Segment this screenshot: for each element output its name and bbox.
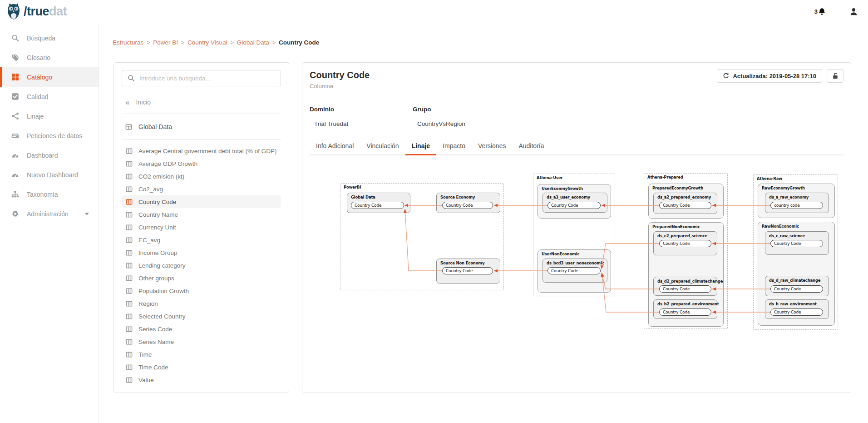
tab-linaje[interactable]: Linaje — [405, 138, 436, 155]
notifications-button[interactable]: 3 — [814, 8, 826, 15]
column-item-ec-avg[interactable]: EC_avg — [122, 234, 281, 246]
column-item-label: Other groups — [138, 275, 174, 282]
search-input[interactable] — [139, 75, 275, 82]
column-item-co2-avg[interactable]: Co2_avg — [122, 183, 281, 195]
lineage-field-ds-d2-prepared-climatechange[interactable]: Country Code — [659, 285, 711, 293]
user-icon[interactable] — [849, 7, 858, 16]
column-item-lending-category[interactable]: Lending category — [122, 259, 281, 272]
sidebar-item-linaje[interactable]: Linaje — [0, 106, 99, 126]
column-icon — [126, 351, 133, 358]
sidebar-item-busqueda[interactable]: Búsqueda — [0, 28, 99, 48]
column-icon — [126, 288, 133, 294]
sidebar-item-peticiones-de-datos[interactable]: Peticiones de datos — [0, 126, 99, 145]
lineage-box-label: RawNonEconomic — [762, 224, 799, 229]
updated-refresh-button[interactable]: Actualizada: 2019-05-28 17:10 — [717, 69, 822, 83]
sidebar-item-label: Búsqueda — [27, 35, 55, 42]
grid-icon — [11, 73, 19, 81]
sidebar-item-dashboard[interactable]: Dashboard — [0, 145, 99, 165]
column-item-co2-emision-kt[interactable]: CO2 emision (kt) — [122, 170, 281, 183]
column-icon — [126, 313, 133, 320]
explorer-item-global-data[interactable]: Global Data — [122, 119, 281, 135]
lineage-box-label: PowerBI — [344, 185, 361, 189]
sidebar-item-label: Catálogo — [27, 74, 52, 81]
lineage-box-label: PreparedNonEconomic — [652, 224, 700, 229]
search-icon — [128, 75, 135, 82]
lineage-box-label: ds_a3_user_economy — [547, 195, 590, 199]
breadcrumb-link-country-visual[interactable]: Country Visual — [187, 39, 227, 46]
tab-impacto[interactable]: Impacto — [436, 138, 472, 155]
lineage-field-ds-b2-prepared-environment[interactable]: Country Code — [659, 309, 711, 316]
lineage-box-label: ds_bcd3_user_noneconomic — [547, 261, 604, 265]
lineage-field-ds-d-raw-climatechange[interactable]: Country Code — [770, 285, 823, 293]
column-item-label: CO2 emision (kt) — [138, 173, 184, 180]
column-item-label: Average Central government debt total (%… — [138, 148, 276, 154]
sidebar-item-taxonomia[interactable]: Taxonomía — [0, 184, 99, 204]
column-item-label: Value — [138, 377, 154, 383]
column-item-region[interactable]: Region — [122, 297, 281, 310]
breadcrumb-link-global-data[interactable]: Global Data — [237, 39, 269, 46]
lineage-field-ds-c-raw-science[interactable]: Country Code — [770, 240, 823, 247]
breadcrumb-link-power-bi[interactable]: Power BI — [153, 39, 178, 46]
sidebar-item-administracion[interactable]: Administración — [0, 204, 99, 224]
column-item-label: Income Group — [138, 249, 178, 256]
column-icon — [126, 211, 133, 218]
column-item-country-name[interactable]: Country Name — [122, 208, 281, 221]
lineage-field-ds-a-raw-economy[interactable]: country code — [770, 202, 823, 209]
column-item-series-name[interactable]: Series Name — [122, 335, 281, 348]
unlock-button[interactable] — [827, 69, 843, 83]
column-icon — [126, 173, 133, 180]
column-item-average-central-government-debt-total-of-gdp[interactable]: Average Central government debt total (%… — [122, 144, 281, 157]
column-item-average-gdp-growth[interactable]: Average GDP Growth — [122, 157, 281, 170]
column-item-value[interactable]: Value — [122, 373, 281, 386]
lineage-field-ds-a3-user-economy[interactable]: Country Code — [547, 202, 601, 209]
lineage-diagram: PowerBIAthena-UserAthena-PreparedAthena-… — [340, 173, 839, 337]
sidebar-item-label: Administración — [27, 210, 69, 218]
sidebar-item-catalogo[interactable]: Catálogo — [0, 67, 99, 87]
column-item-population-growth[interactable]: Population Growth — [122, 284, 281, 297]
column-item-other-groups[interactable]: Other groups — [122, 272, 281, 284]
lineage-box-label: RawEconomyGrowth — [762, 186, 805, 190]
sidebar-item-label: Taxonomía — [27, 191, 58, 198]
table-icon — [125, 124, 132, 130]
sidebar-item-calidad[interactable]: Calidad — [0, 87, 99, 106]
lineage-field-ds-a2-prepared-economy[interactable]: Country Code — [659, 202, 711, 209]
column-item-label: EC_avg — [138, 237, 160, 244]
lineage-box-label: Athena-Prepared — [647, 175, 683, 179]
column-icon — [126, 186, 133, 193]
tab-info-adicional[interactable]: Info Adicional — [310, 138, 360, 155]
column-item-label: Lending category — [138, 262, 186, 269]
breadcrumb-current: Country Code — [279, 39, 319, 46]
column-icon — [126, 326, 133, 333]
explorer-back-inicio[interactable]: « Inicio — [122, 95, 281, 109]
lineage-field-global-data[interactable]: Country Code — [351, 202, 404, 209]
tab-versiones[interactable]: Versiones — [472, 138, 512, 155]
truedat-logo[interactable]: /truedat — [5, 3, 67, 20]
sidebar-item-label: Nuevo Dashboard — [27, 171, 78, 179]
breadcrumb-separator: > — [231, 40, 234, 46]
column-item-time-code[interactable]: Time Code — [122, 361, 281, 373]
tab-vinculacion[interactable]: Vinculación — [360, 138, 405, 155]
column-item-selected-country[interactable]: Selected Country — [122, 310, 281, 323]
breadcrumb-separator: > — [272, 40, 276, 46]
lineage-field-ds-c2-prepared-science[interactable]: Country Code — [659, 240, 711, 247]
column-item-income-group[interactable]: Income Group — [122, 246, 281, 259]
column-item-country-code[interactable]: Country Code — [122, 195, 281, 208]
bell-icon — [818, 8, 826, 15]
lineage-box-label: Source Non Economy — [440, 261, 484, 265]
breadcrumb-link-estructuras[interactable]: Estructuras — [113, 39, 143, 46]
page-subtitle: Columna — [310, 83, 843, 90]
tab-auditoria[interactable]: Auditoría — [512, 138, 550, 155]
lineage-field-ds-bcd3-user-noneconomic[interactable]: Country Code — [547, 267, 601, 274]
lineage-box-label: ds_d2_prepared_climatechange — [657, 279, 723, 284]
lineage-field-ds-b-raw-environment[interactable]: Country Code — [770, 309, 823, 316]
divider — [122, 139, 281, 140]
sidebar-item-glosario[interactable]: Glosario — [0, 48, 99, 67]
lineage-field-source-economy[interactable]: Country Code — [442, 202, 493, 209]
sidebar-item-nuevo-dashboard[interactable]: Nuevo Dashboard — [0, 165, 99, 184]
back-label: Inicio — [136, 99, 151, 106]
column-item-time[interactable]: Time — [122, 348, 281, 361]
lineage-field-source-non-economy[interactable]: Country Code — [442, 267, 493, 274]
column-item-currency-unit[interactable]: Currency Unit — [122, 221, 281, 234]
column-item-series-code[interactable]: Series Code — [122, 323, 281, 335]
breadcrumb: Estructuras>Power BI>Country Visual>Glob… — [113, 39, 868, 46]
